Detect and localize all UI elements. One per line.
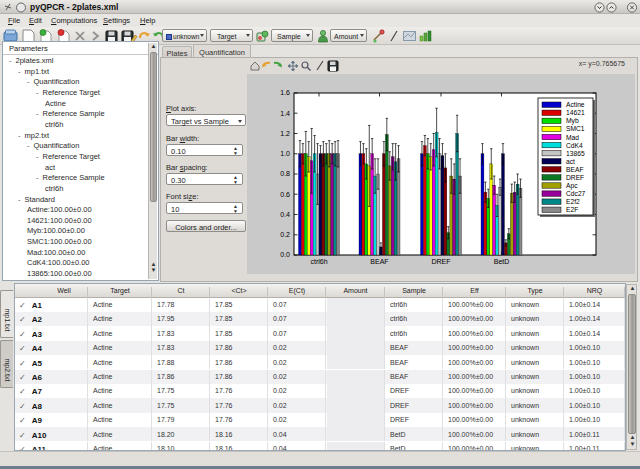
svg-text:Apc: Apc (566, 182, 578, 190)
svg-text:act: act (566, 158, 575, 165)
svg-text:13865: 13865 (566, 150, 585, 157)
svg-text:BetD: BetD (494, 258, 510, 265)
svg-text:Actine: Actine (566, 101, 585, 108)
svg-text:ctrl6h: ctrl6h (310, 258, 327, 265)
svg-text:0.0: 0.0 (280, 251, 290, 258)
svg-text:BEAF: BEAF (566, 166, 583, 173)
svg-text:DREF: DREF (566, 174, 584, 181)
svg-text:DREF: DREF (431, 258, 450, 265)
svg-text:1.6: 1.6 (280, 89, 290, 96)
svg-text:E2f2: E2f2 (566, 198, 580, 205)
svg-text:E2F: E2F (566, 206, 578, 213)
svg-text:0.8: 0.8 (280, 170, 290, 177)
svg-text:BEAF: BEAF (370, 258, 388, 265)
svg-text:SMC1: SMC1 (566, 125, 585, 132)
svg-text:0.6: 0.6 (280, 191, 290, 198)
svg-text:Myb: Myb (566, 117, 579, 125)
svg-text:1.2: 1.2 (280, 130, 290, 137)
svg-text:CdK4: CdK4 (566, 142, 583, 149)
svg-text:1.4: 1.4 (280, 110, 290, 117)
svg-text:1.0: 1.0 (280, 150, 290, 157)
svg-text:14621: 14621 (566, 109, 585, 116)
svg-text:0.4: 0.4 (280, 211, 290, 218)
svg-text:Cdc27: Cdc27 (566, 190, 586, 197)
svg-text:0.2: 0.2 (280, 231, 290, 238)
svg-text:Mad: Mad (566, 134, 579, 141)
